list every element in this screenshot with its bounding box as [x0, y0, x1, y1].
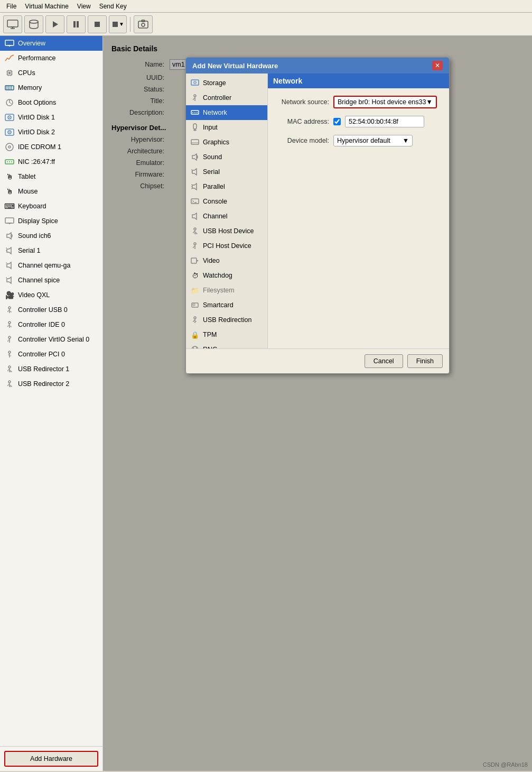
sound-hw-label: Sound [203, 153, 222, 161]
svg-point-69 [8, 336, 11, 338]
power-dropdown-button[interactable]: ▼ [109, 15, 127, 33]
hw-item-channel[interactable]: Channel [186, 209, 267, 224]
sidebar-item-keyboard[interactable]: ⌨ Keyboard [0, 199, 102, 214]
mac-address-input[interactable] [345, 116, 424, 127]
svg-point-125 [194, 243, 196, 245]
display-spice-icon [4, 216, 15, 226]
network-source-select[interactable]: Bridge br0: Host device ens33 ▼ [333, 96, 437, 108]
device-model-select[interactable]: Hypervisor default ▼ [333, 135, 413, 146]
sidebar-item-tablet[interactable]: 🖱 Tablet [0, 169, 102, 184]
sidebar-item-cpus[interactable]: CPUs [0, 66, 102, 80]
virtio-disk2-icon [4, 127, 15, 137]
pause-button[interactable] [67, 15, 86, 33]
hw-item-input[interactable]: Input [186, 120, 267, 135]
hw-item-tpm[interactable]: 🔒 TPM [186, 327, 267, 342]
svg-rect-132 [193, 304, 195, 306]
hw-item-storage[interactable]: Storage [186, 76, 267, 90]
sidebar-item-video-qxl[interactable]: 🎥 Video QXL [0, 288, 102, 302]
usb-host-hw-icon [190, 226, 200, 236]
svg-rect-10 [138, 21, 148, 28]
svg-rect-17 [8, 72, 11, 74]
svg-point-60 [7, 311, 8, 312]
hw-item-parallel[interactable]: Parallel [186, 179, 267, 194]
parallel-hw-label: Parallel [203, 183, 225, 190]
menu-virtual-machine[interactable]: Virtual Machine [21, 2, 73, 11]
screenshot-button[interactable] [134, 15, 153, 33]
hw-item-sound[interactable]: Sound [186, 150, 267, 164]
menubar: File Virtual Machine View Send Key [0, 0, 532, 13]
menu-file[interactable]: File [2, 2, 21, 11]
hw-item-smartcard[interactable]: Smartcard [186, 298, 267, 313]
usb-redir-hw-icon [190, 315, 200, 325]
hw-item-console[interactable]: Console [186, 194, 267, 209]
menu-send-key[interactable]: Send Key [95, 2, 131, 11]
finish-button[interactable]: Finish [407, 354, 443, 368]
performance-icon [4, 53, 15, 63]
sidebar-item-performance[interactable]: Performance [0, 51, 102, 66]
console-hw-icon [190, 197, 200, 206]
svg-rect-46 [5, 218, 14, 223]
play-button[interactable] [45, 15, 64, 33]
sound-ich6-label: Sound ich6 [18, 232, 51, 240]
graphics-hw-label: Graphics [203, 139, 229, 146]
svg-point-140 [196, 347, 197, 348]
hw-item-rng[interactable]: RNG [186, 342, 267, 348]
sidebar-item-controller-usb-0[interactable]: Controller USB 0 [0, 302, 102, 317]
sidebar-item-memory[interactable]: Memory [0, 80, 102, 95]
rng-hw-label: RNG [203, 346, 218, 348]
stop-button[interactable] [88, 15, 107, 33]
sidebar-item-ide-cdrom-1[interactable]: IDE CDROM 1 [0, 140, 102, 154]
svg-point-138 [192, 346, 198, 348]
sidebar-item-channel-spice[interactable]: Channel spice [0, 273, 102, 288]
sidebar-item-virtio-disk-2[interactable]: VirtIO Disk 2 [0, 125, 102, 140]
sidebar-item-overview[interactable]: Overview [0, 36, 102, 51]
mouse-icon: 🖱 [4, 186, 15, 197]
monitor-button[interactable] [3, 15, 22, 33]
sidebar-item-serial-1[interactable]: Serial 1 [0, 243, 102, 258]
svg-marker-5 [53, 21, 58, 27]
channel-qemu-icon [4, 260, 15, 271]
sidebar-item-controller-virtio-serial-0[interactable]: Controller VirtIO Serial 0 [0, 332, 102, 347]
hw-item-serial[interactable]: Serial [186, 164, 267, 179]
svg-point-139 [193, 347, 194, 348]
performance-label: Performance [18, 54, 56, 62]
dialog-overlay: Add New Virtual Hardware ✕ Storage [103, 36, 532, 771]
sidebar-item-channel-qemu-ga[interactable]: Channel qemu-ga [0, 258, 102, 273]
sidebar-item-boot-options[interactable]: Boot Options [0, 95, 102, 110]
dialog-close-button[interactable]: ✕ [432, 61, 443, 70]
sidebar-item-display-spice[interactable]: Display Spice [0, 214, 102, 228]
hw-item-usb-redirection[interactable]: USB Redirection [186, 313, 267, 327]
sidebar-item-sound-ich6[interactable]: Sound ich6 [0, 228, 102, 243]
hw-item-video[interactable]: Video [186, 253, 267, 268]
hardware-content-panel: Network Network source: Bridge br0: Host… [268, 73, 449, 348]
mac-address-checkbox[interactable] [333, 118, 341, 125]
svg-point-136 [193, 321, 194, 322]
svg-point-93 [194, 82, 195, 83]
hw-item-filesystem[interactable]: 📁 Filesystem [186, 283, 267, 298]
sidebar-item-controller-ide-0[interactable]: Controller IDE 0 [0, 317, 102, 332]
sidebar-item-mouse[interactable]: 🖱 Mouse [0, 184, 102, 199]
hw-item-pci-host[interactable]: PCI Host Device [186, 238, 267, 253]
menu-view[interactable]: View [73, 2, 95, 11]
usb-host-hw-label: USB Host Device [203, 227, 254, 235]
hw-item-watchdog[interactable]: ⏱ Watchdog [186, 268, 267, 283]
sidebar-item-nic[interactable]: NIC :26:47:ff [0, 154, 102, 169]
boot-options-label: Boot Options [18, 99, 56, 106]
add-hardware-button[interactable]: Add Hardware [4, 751, 98, 767]
hw-item-network[interactable]: Network [186, 105, 267, 120]
usb-redir1-icon [4, 364, 15, 374]
sidebar-item-virtio-disk-1[interactable]: VirtIO Disk 1 [0, 110, 102, 125]
hw-item-controller[interactable]: Controller [186, 90, 267, 105]
sidebar-item-usb-redirector-2[interactable]: USB Redirector 2 [0, 376, 102, 391]
storage-button[interactable] [24, 15, 43, 33]
cancel-button[interactable]: Cancel [365, 354, 403, 368]
storage-hw-icon [190, 78, 200, 88]
serial-hw-icon [190, 167, 200, 177]
ide-cdrom1-label: IDE CDROM 1 [18, 143, 61, 151]
hw-item-graphics[interactable]: Graphics [186, 135, 267, 150]
sidebar-item-controller-pci-0[interactable]: Controller PCI 0 [0, 347, 102, 362]
hw-item-usb-host[interactable]: USB Host Device [186, 224, 267, 238]
boot-icon [4, 97, 15, 108]
device-model-label: Device model: [276, 137, 329, 144]
sidebar-item-usb-redirector-1[interactable]: USB Redirector 1 [0, 362, 102, 376]
